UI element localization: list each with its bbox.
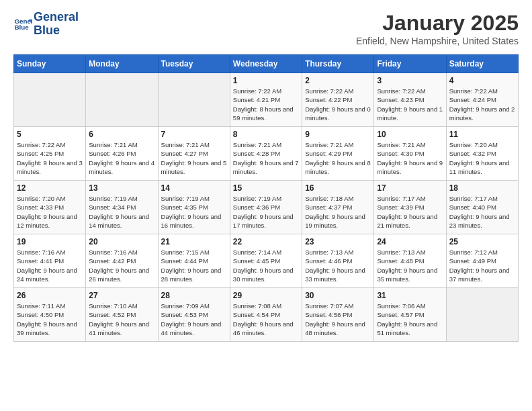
day-number: 5: [17, 130, 83, 139]
day-cell: 30Sunrise: 7:07 AM Sunset: 4:56 PM Dayli…: [302, 288, 374, 342]
day-info: Sunrise: 7:16 AM Sunset: 4:41 PM Dayligh…: [17, 248, 83, 283]
day-cell: 31Sunrise: 7:06 AM Sunset: 4:57 PM Dayli…: [374, 288, 446, 342]
day-number: 1: [233, 76, 299, 85]
day-info: Sunrise: 7:22 AM Sunset: 4:21 PM Dayligh…: [233, 87, 299, 122]
day-info: Sunrise: 7:09 AM Sunset: 4:53 PM Dayligh…: [161, 302, 227, 337]
day-info: Sunrise: 7:20 AM Sunset: 4:32 PM Dayligh…: [449, 140, 515, 176]
day-number: 28: [161, 291, 227, 300]
day-info: Sunrise: 7:10 AM Sunset: 4:52 PM Dayligh…: [89, 302, 154, 337]
day-info: Sunrise: 7:08 AM Sunset: 4:54 PM Dayligh…: [233, 302, 299, 337]
day-number: 21: [161, 237, 227, 246]
day-number: 9: [305, 130, 371, 139]
day-info: Sunrise: 7:13 AM Sunset: 4:48 PM Dayligh…: [377, 248, 443, 283]
week-row-5: 26Sunrise: 7:11 AM Sunset: 4:50 PM Dayli…: [14, 288, 519, 342]
day-number: 8: [233, 130, 299, 139]
day-info: Sunrise: 7:22 AM Sunset: 4:23 PM Dayligh…: [377, 87, 443, 122]
day-info: Sunrise: 7:14 AM Sunset: 4:45 PM Dayligh…: [233, 248, 299, 283]
day-info: Sunrise: 7:07 AM Sunset: 4:56 PM Dayligh…: [305, 302, 371, 337]
day-number: 30: [305, 291, 371, 300]
day-info: Sunrise: 7:16 AM Sunset: 4:42 PM Dayligh…: [89, 248, 154, 283]
page-header: General Blue General Blue January 2025 E…: [13, 11, 519, 46]
day-number: 12: [17, 183, 83, 193]
title-block: January 2025 Enfield, New Hampshire, Uni…: [356, 11, 519, 46]
day-number: 18: [449, 183, 515, 193]
day-number: 17: [377, 183, 443, 193]
day-info: Sunrise: 7:22 AM Sunset: 4:24 PM Dayligh…: [449, 87, 515, 122]
day-cell: 3Sunrise: 7:22 AM Sunset: 4:23 PM Daylig…: [374, 73, 446, 127]
day-number: 16: [305, 183, 371, 193]
day-cell: 23Sunrise: 7:13 AM Sunset: 4:46 PM Dayli…: [302, 234, 374, 288]
day-number: 31: [377, 291, 443, 300]
logo-text: General Blue: [34, 11, 79, 38]
day-cell: 14Sunrise: 7:19 AM Sunset: 4:35 PM Dayli…: [158, 181, 230, 234]
day-cell: [14, 73, 86, 127]
week-row-1: 1Sunrise: 7:22 AM Sunset: 4:21 PM Daylig…: [14, 73, 519, 127]
week-row-3: 12Sunrise: 7:20 AM Sunset: 4:33 PM Dayli…: [14, 181, 519, 234]
day-cell: 4Sunrise: 7:22 AM Sunset: 4:24 PM Daylig…: [446, 73, 518, 127]
day-info: Sunrise: 7:15 AM Sunset: 4:44 PM Dayligh…: [161, 248, 227, 283]
day-number: 3: [377, 76, 443, 85]
day-number: 15: [233, 183, 299, 193]
weekday-header-monday: Monday: [86, 55, 158, 73]
day-cell: 20Sunrise: 7:16 AM Sunset: 4:42 PM Dayli…: [86, 234, 158, 288]
day-info: Sunrise: 7:11 AM Sunset: 4:50 PM Dayligh…: [17, 302, 83, 337]
day-cell: 5Sunrise: 7:22 AM Sunset: 4:25 PM Daylig…: [14, 127, 86, 181]
day-info: Sunrise: 7:19 AM Sunset: 4:36 PM Dayligh…: [233, 194, 299, 230]
day-info: Sunrise: 7:21 AM Sunset: 4:28 PM Dayligh…: [233, 140, 299, 176]
day-number: 22: [233, 237, 299, 246]
day-cell: [446, 288, 518, 342]
svg-text:Blue: Blue: [14, 24, 29, 31]
day-number: 24: [377, 237, 443, 246]
day-number: 27: [89, 291, 154, 300]
day-cell: 26Sunrise: 7:11 AM Sunset: 4:50 PM Dayli…: [14, 288, 86, 342]
day-number: 11: [449, 130, 515, 139]
day-info: Sunrise: 7:20 AM Sunset: 4:33 PM Dayligh…: [17, 194, 83, 230]
calendar-table: SundayMondayTuesdayWednesdayThursdayFrid…: [13, 54, 519, 342]
day-cell: 17Sunrise: 7:17 AM Sunset: 4:39 PM Dayli…: [374, 181, 446, 234]
day-cell: 12Sunrise: 7:20 AM Sunset: 4:33 PM Dayli…: [14, 181, 86, 234]
weekday-header-sunday: Sunday: [14, 55, 86, 73]
day-cell: 7Sunrise: 7:21 AM Sunset: 4:27 PM Daylig…: [158, 127, 230, 181]
day-number: 23: [305, 237, 371, 246]
day-info: Sunrise: 7:21 AM Sunset: 4:26 PM Dayligh…: [89, 140, 154, 176]
weekday-header-saturday: Saturday: [446, 55, 518, 73]
day-number: 19: [17, 237, 83, 246]
day-info: Sunrise: 7:12 AM Sunset: 4:49 PM Dayligh…: [449, 248, 515, 283]
week-row-2: 5Sunrise: 7:22 AM Sunset: 4:25 PM Daylig…: [14, 127, 519, 181]
day-cell: 25Sunrise: 7:12 AM Sunset: 4:49 PM Dayli…: [446, 234, 518, 288]
day-info: Sunrise: 7:17 AM Sunset: 4:40 PM Dayligh…: [449, 194, 515, 230]
day-cell: 22Sunrise: 7:14 AM Sunset: 4:45 PM Dayli…: [230, 234, 302, 288]
day-number: 13: [89, 183, 154, 193]
day-info: Sunrise: 7:17 AM Sunset: 4:39 PM Dayligh…: [377, 194, 443, 230]
day-number: 10: [377, 130, 443, 139]
weekday-header-wednesday: Wednesday: [230, 55, 302, 73]
day-number: 25: [449, 237, 515, 246]
day-info: Sunrise: 7:22 AM Sunset: 4:22 PM Dayligh…: [305, 87, 371, 122]
day-number: 7: [161, 130, 227, 139]
day-cell: 18Sunrise: 7:17 AM Sunset: 4:40 PM Dayli…: [446, 181, 518, 234]
day-number: 20: [89, 237, 154, 246]
day-cell: 16Sunrise: 7:18 AM Sunset: 4:37 PM Dayli…: [302, 181, 374, 234]
weekday-header-tuesday: Tuesday: [158, 55, 230, 73]
day-info: Sunrise: 7:21 AM Sunset: 4:29 PM Dayligh…: [305, 140, 371, 176]
weekday-header-thursday: Thursday: [302, 55, 374, 73]
day-info: Sunrise: 7:06 AM Sunset: 4:57 PM Dayligh…: [377, 302, 443, 337]
logo: General Blue General Blue: [13, 11, 79, 38]
day-number: 6: [89, 130, 154, 139]
day-cell: 15Sunrise: 7:19 AM Sunset: 4:36 PM Dayli…: [230, 181, 302, 234]
day-cell: 10Sunrise: 7:21 AM Sunset: 4:30 PM Dayli…: [374, 127, 446, 181]
day-cell: 29Sunrise: 7:08 AM Sunset: 4:54 PM Dayli…: [230, 288, 302, 342]
day-info: Sunrise: 7:13 AM Sunset: 4:46 PM Dayligh…: [305, 248, 371, 283]
day-number: 2: [305, 76, 371, 85]
day-cell: 21Sunrise: 7:15 AM Sunset: 4:44 PM Dayli…: [158, 234, 230, 288]
day-cell: 28Sunrise: 7:09 AM Sunset: 4:53 PM Dayli…: [158, 288, 230, 342]
day-number: 26: [17, 291, 83, 300]
weekday-header-friday: Friday: [374, 55, 446, 73]
week-row-4: 19Sunrise: 7:16 AM Sunset: 4:41 PM Dayli…: [14, 234, 519, 288]
day-cell: [86, 73, 158, 127]
day-cell: 19Sunrise: 7:16 AM Sunset: 4:41 PM Dayli…: [14, 234, 86, 288]
day-number: 14: [161, 183, 227, 193]
weekday-header-row: SundayMondayTuesdayWednesdayThursdayFrid…: [14, 55, 519, 73]
location-title: Enfield, New Hampshire, United States: [356, 36, 519, 46]
day-cell: 27Sunrise: 7:10 AM Sunset: 4:52 PM Dayli…: [86, 288, 158, 342]
